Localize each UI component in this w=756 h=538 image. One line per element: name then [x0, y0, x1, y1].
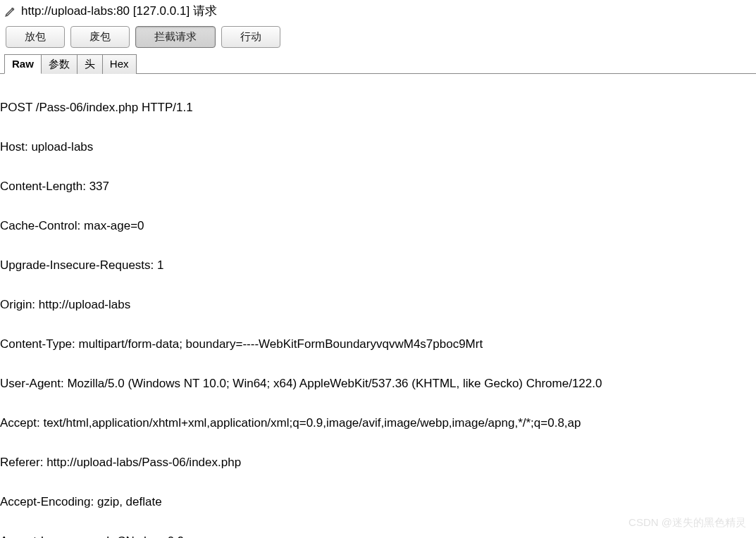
toolbar: 放包 废包 拦截请求 行动	[0, 22, 756, 52]
intercept-button[interactable]: 拦截请求	[135, 26, 216, 48]
header-accept: Accept: text/html,application/xhtml+xml,…	[0, 413, 756, 433]
tab-hex[interactable]: Hex	[102, 54, 137, 74]
tab-headers[interactable]: 头	[77, 54, 103, 74]
pencil-icon	[4, 5, 17, 18]
header-cache-control: Cache-Control: max-age=0	[0, 216, 756, 236]
tab-raw[interactable]: Raw	[4, 54, 42, 74]
request-editor[interactable]: POST /Pass-06/index.php HTTP/1.1 Host: u…	[0, 74, 756, 538]
header-content-type: Content-Type: multipart/form-data; bound…	[0, 334, 756, 354]
header-accept-language: Accept-Language: zh-CN,zh;q=0.9	[0, 532, 756, 538]
request-line: POST /Pass-06/index.php HTTP/1.1	[0, 98, 756, 118]
header-host: Host: upload-labs	[0, 137, 756, 157]
header-origin: Origin: http://upload-labs	[0, 295, 756, 315]
header-user-agent: User-Agent: Mozilla/5.0 (Windows NT 10.0…	[0, 374, 756, 394]
header-referer: Referer: http://upload-labs/Pass-06/inde…	[0, 453, 756, 473]
header-content-length: Content-Length: 337	[0, 177, 756, 196]
tab-params[interactable]: 参数	[41, 54, 78, 74]
drop-button[interactable]: 废包	[70, 26, 130, 48]
header-accept-encoding: Accept-Encoding: gzip, deflate	[0, 492, 756, 512]
action-button[interactable]: 行动	[221, 26, 280, 48]
title-url: http://upload-labs:80 [127.0.0.1] 请求	[21, 3, 217, 19]
forward-button[interactable]: 放包	[6, 26, 65, 48]
header-upgrade-insecure: Upgrade-Insecure-Requests: 1	[0, 256, 756, 275]
title-bar: http://upload-labs:80 [127.0.0.1] 请求	[0, 0, 756, 22]
tab-bar: Raw 参数 头 Hex	[0, 54, 756, 74]
